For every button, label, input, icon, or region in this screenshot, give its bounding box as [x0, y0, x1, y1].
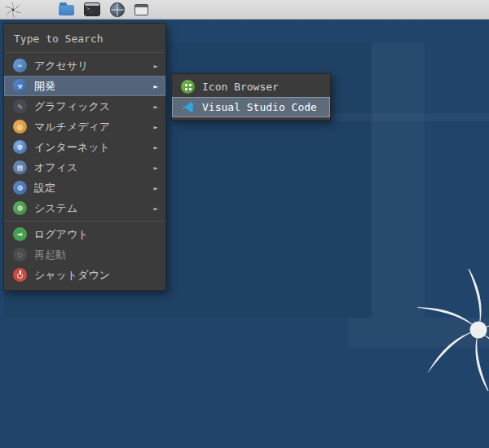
desktop-artifact: [4, 289, 167, 318]
restart-icon: [13, 248, 27, 261]
menu-separator: [5, 52, 165, 53]
settings-icon: [13, 181, 27, 195]
submenu-item-label: Visual Studio Code: [202, 101, 323, 113]
accessories-icon: [13, 59, 27, 72]
menu-item-shutdown[interactable]: シャットダウン: [4, 265, 165, 285]
development-submenu: Icon Browser Visual Studio Code: [171, 73, 331, 121]
multimedia-icon: [13, 120, 27, 134]
menu-item-settings[interactable]: 設定 ►: [4, 178, 165, 198]
menu-search-input[interactable]: Type to Search: [4, 27, 165, 50]
logout-icon: [13, 227, 27, 241]
submenu-arrow-icon: ►: [154, 184, 158, 192]
system-icon: [13, 201, 27, 215]
menu-item-office[interactable]: オフィス ►: [4, 157, 165, 178]
menu-item-label: シャットダウン: [34, 268, 158, 283]
mabox-logo-icon[interactable]: [5, 2, 21, 18]
menu-separator: [5, 221, 165, 222]
menu-item-accessories[interactable]: アクセサリ ►: [4, 55, 165, 76]
internet-icon: [13, 140, 27, 154]
file-manager-icon[interactable]: [59, 5, 74, 15]
show-desktop-icon[interactable]: [134, 4, 148, 15]
menu-item-system[interactable]: システム ►: [4, 198, 165, 218]
menu-item-label: グラフィックス: [34, 99, 147, 114]
terminal-icon[interactable]: [84, 2, 100, 16]
web-browser-icon[interactable]: [110, 2, 125, 17]
submenu-arrow-icon: ►: [154, 164, 158, 172]
menu-item-label: オフィス: [34, 160, 147, 175]
submenu-arrow-icon: ►: [154, 143, 158, 152]
menu-item-graphics[interactable]: グラフィックス ►: [4, 96, 165, 116]
desktop-artifact: [330, 113, 489, 121]
taskbar: [0, 0, 489, 20]
vscode-icon: [181, 100, 195, 114]
menu-item-label: 設定: [34, 181, 147, 195]
menu-item-label: 開発: [34, 79, 147, 94]
menu-item-multimedia[interactable]: マルチメディア ►: [4, 116, 165, 137]
submenu-item-label: Icon Browser: [202, 81, 323, 93]
menu-item-internet[interactable]: インターネット ►: [4, 137, 165, 157]
submenu-arrow-icon: ►: [154, 62, 158, 70]
menu-item-restart[interactable]: 再起動: [4, 244, 165, 265]
menu-item-label: 再起動: [34, 248, 158, 262]
desktop-logo-watermark: [417, 269, 489, 391]
submenu-arrow-icon: ►: [154, 103, 158, 111]
search-hint: Type to Search: [14, 33, 104, 45]
submenu-arrow-icon: ►: [154, 123, 158, 131]
menu-item-logout[interactable]: ログアウト: [4, 224, 165, 244]
shutdown-icon: [13, 268, 27, 282]
menu-item-development[interactable]: 開発 ►: [4, 76, 165, 96]
menu-item-label: アクセサリ: [34, 59, 147, 73]
menu-item-label: ログアウト: [34, 227, 158, 242]
office-icon: [13, 160, 27, 174]
development-icon: [13, 79, 27, 93]
submenu-item-icon-browser[interactable]: Icon Browser: [172, 77, 330, 97]
graphics-icon: [13, 99, 27, 113]
submenu-item-vscode[interactable]: Visual Studio Code: [172, 97, 330, 117]
menu-item-label: インターネット: [34, 140, 147, 155]
icon-browser-icon: [181, 80, 195, 94]
submenu-arrow-icon: ►: [154, 82, 158, 90]
app-menu: Type to Search アクセサリ ► 開発 ► グラフィックス ► マル…: [3, 23, 166, 291]
menu-item-label: マルチメディア: [34, 120, 147, 134]
submenu-arrow-icon: ►: [154, 204, 158, 213]
menu-item-label: システム: [34, 201, 147, 216]
